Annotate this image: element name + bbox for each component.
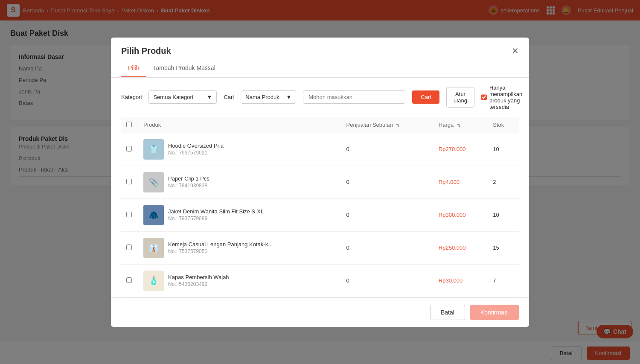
table-header-row: Produk Penjualan Sebulan ⇅ Harga ⇅ Stok — [121, 117, 519, 133]
product-no: No.: 7937579021 — [168, 150, 224, 156]
table-head: Produk Penjualan Sebulan ⇅ Harga ⇅ Stok — [121, 117, 519, 133]
row-stock: 2 — [488, 166, 519, 194]
only-available-row: Hanya menampilkan produk yang tersedia — [481, 84, 523, 110]
modal-close-button[interactable]: ✕ — [512, 47, 519, 55]
search-type-select[interactable]: Nama Produk ▼ — [241, 90, 296, 104]
product-image: 📎 — [143, 172, 164, 192]
row-product-cell: 📎 Paper Clip 1 Pcs No.: 7841939838 — [138, 166, 341, 194]
row-checkbox[interactable] — [126, 179, 132, 184]
kategori-label: Kategori — [121, 94, 142, 100]
product-table: Produk Penjualan Sebulan ⇅ Harga ⇅ Stok — [121, 117, 519, 194]
product-info: Hoodie Oversized Pria No.: 7937579021 — [168, 143, 224, 156]
modal-filters: Kategori Semua Kategori ▼ Cari Nama Prod… — [111, 78, 529, 117]
row-monthly-sales: 0 — [341, 133, 433, 166]
row-price: Rp270.000 — [433, 133, 488, 166]
kategori-select[interactable]: Semua Kategori ▼ — [148, 90, 217, 104]
search-button[interactable]: Cari — [412, 90, 439, 104]
row-monthly-sales: 0 — [341, 166, 433, 194]
kategori-chevron-icon: ▼ — [207, 94, 212, 100]
cari-label: Cari — [224, 94, 234, 100]
row-checkbox-cell — [121, 133, 138, 166]
row-checkbox[interactable] — [126, 146, 132, 151]
row-checkbox-cell — [121, 166, 138, 194]
modal-table-container: Produk Penjualan Sebulan ⇅ Harga ⇅ Stok — [111, 117, 529, 194]
modal-header: Pilih Produk ✕ — [111, 38, 529, 56]
tab-pilih[interactable]: Pilih — [121, 59, 146, 77]
modal-tabs: Pilih Tambah Produk Massal — [111, 59, 529, 78]
tab-tambah-massal[interactable]: Tambah Produk Massal — [146, 59, 222, 77]
table-row: 👕 Hoodie Oversized Pria No.: 7937579021 … — [121, 133, 519, 166]
col-stok-header: Stok — [488, 117, 519, 133]
product-info: Paper Clip 1 Pcs No.: 7841939838 — [168, 175, 209, 189]
product-name: Paper Clip 1 Pcs — [168, 175, 209, 182]
row-price: Rp4.000 — [433, 166, 488, 194]
col-checkbox-header — [121, 117, 138, 133]
kategori-selected-value: Semua Kategori — [153, 94, 193, 100]
product-no: No.: 7841939838 — [168, 183, 209, 189]
harga-sort-icon: ⇅ — [457, 123, 460, 128]
product-image: 👕 — [143, 139, 164, 160]
product-name: Hoodie Oversized Pria — [168, 143, 224, 149]
modal-overlay: Pilih Produk ✕ Pilih Tambah Produk Massa… — [0, 0, 640, 194]
penjualan-sort-icon: ⇅ — [396, 123, 399, 128]
select-all-checkbox[interactable] — [126, 122, 132, 127]
pilih-produk-modal: Pilih Produk ✕ Pilih Tambah Produk Massa… — [111, 38, 529, 194]
search-type-value: Nama Produk — [245, 94, 279, 100]
search-input[interactable] — [303, 90, 405, 104]
col-harga-header[interactable]: Harga ⇅ — [433, 117, 488, 133]
col-penjualan-header[interactable]: Penjualan Sebulan ⇅ — [341, 117, 433, 133]
product-table-body: 👕 Hoodie Oversized Pria No.: 7937579021 … — [121, 133, 519, 194]
table-row: 📎 Paper Clip 1 Pcs No.: 7841939838 0 Rp4… — [121, 166, 519, 194]
modal-title: Pilih Produk — [121, 46, 171, 56]
only-available-label: Hanya menampilkan produk yang tersedia — [489, 84, 523, 110]
col-produk-header: Produk — [138, 117, 341, 133]
row-stock: 10 — [488, 133, 519, 166]
only-available-checkbox[interactable] — [481, 94, 487, 100]
search-type-chevron-icon: ▼ — [286, 94, 291, 100]
reset-button[interactable]: Atur ulang — [446, 87, 474, 108]
row-product-cell: 👕 Hoodie Oversized Pria No.: 7937579021 — [138, 133, 341, 166]
